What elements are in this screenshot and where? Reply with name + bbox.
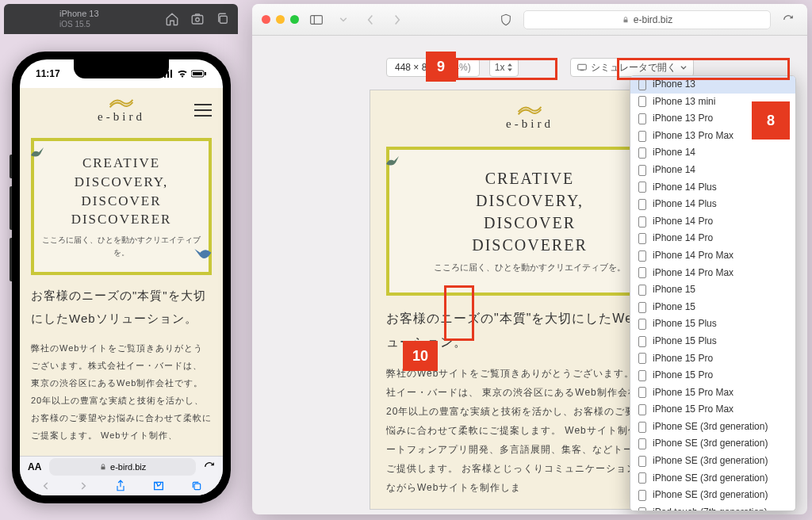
device-option[interactable]: iPhone 14 Pro Max	[630, 265, 795, 282]
minimize-window-button[interactable]	[276, 15, 285, 24]
device-option[interactable]: iPhone 14	[630, 162, 795, 179]
annotation-box-9	[456, 58, 557, 80]
reload-icon[interactable]	[204, 461, 215, 472]
annotation-label-10: 10	[403, 341, 438, 371]
body-paragraph: 弊社のWebサイトをご覧頂きありがとうございます。株式会社イー・バードは、 東京…	[31, 339, 212, 444]
device-dropdown[interactable]: iPhone 13iPhone 13 miniiPhone 13 ProiPho…	[630, 75, 796, 511]
home-icon[interactable]	[165, 12, 179, 26]
svg-rect-2	[220, 16, 227, 23]
svg-point-1	[196, 18, 200, 22]
svg-rect-14	[623, 19, 627, 22]
device-option[interactable]: iPhone 15 Plus	[630, 315, 795, 333]
back-icon[interactable]	[361, 12, 380, 28]
simulator-device-name: iPhone 13	[59, 9, 99, 19]
svg-rect-15	[578, 64, 587, 70]
sidebar-toggle-icon[interactable]	[307, 12, 326, 28]
hamburger-menu-icon[interactable]	[194, 104, 212, 117]
device-icon	[577, 63, 587, 71]
device-option[interactable]: iPhone 14 Pro Max	[630, 247, 795, 265]
safari-window: e-bird.biz 448 × 800 (84%) 1x シミュレータで開く	[252, 4, 807, 514]
device-option[interactable]: iPhone 14	[630, 144, 795, 162]
forward-icon[interactable]	[78, 480, 89, 491]
annotation-box-8	[617, 58, 790, 80]
device-option[interactable]: iPhone SE (3rd generation)	[630, 470, 795, 488]
bookmarks-icon[interactable]	[152, 480, 165, 491]
svg-rect-6	[170, 70, 172, 78]
device-option[interactable]: iPhone 14 Pro	[630, 213, 795, 231]
share-icon[interactable]	[115, 480, 126, 492]
duplicate-icon[interactable]	[216, 12, 230, 26]
back-icon[interactable]	[40, 480, 52, 491]
hero-subtitle: こころに届く、ひとを動かすクリエイティブを。	[42, 234, 201, 259]
simulator-ios-version: iOS 15.5	[59, 20, 99, 29]
hero-section: CREATIVE DISCOVERY, DISCOVER DISCOVERER …	[31, 138, 212, 275]
device-option[interactable]: iPhone 14 Pro	[630, 230, 795, 247]
site-logo[interactable]: e-bird	[404, 103, 656, 131]
device-option[interactable]: iPhone 15 Pro	[630, 367, 795, 384]
wifi-icon	[177, 70, 188, 78]
svg-rect-11	[194, 484, 201, 490]
device-option[interactable]: iPhone 15	[630, 281, 795, 299]
logo-swoosh-icon	[109, 96, 134, 109]
url-field[interactable]: e-bird.biz	[49, 458, 196, 476]
device-option[interactable]: iPhone 15 Pro Max	[630, 401, 795, 419]
svg-rect-10	[102, 467, 105, 470]
window-chrome: e-bird.biz	[252, 4, 807, 36]
bird-decoration-icon	[383, 153, 402, 172]
device-option[interactable]: iPhone 15 Pro	[630, 350, 795, 368]
device-option[interactable]: iPhone SE (3rd generation)	[630, 453, 795, 470]
svg-rect-0	[192, 16, 203, 25]
svg-rect-12	[311, 15, 323, 24]
annotation-box-10	[444, 285, 474, 341]
device-option[interactable]: iPhone 15 Plus	[630, 333, 795, 350]
bird-decoration-icon	[28, 144, 47, 163]
address-bar[interactable]: e-bird.biz	[523, 10, 771, 29]
chevron-down-icon[interactable]	[334, 12, 353, 28]
site-logo[interactable]: e-bird	[48, 96, 194, 124]
device-option[interactable]: iPhone 15 Pro Max	[630, 384, 795, 402]
tabs-icon[interactable]	[191, 480, 202, 491]
maximize-window-button[interactable]	[290, 15, 299, 24]
battery-icon	[191, 70, 207, 78]
status-time: 11:17	[36, 68, 60, 79]
lock-icon	[99, 463, 107, 471]
device-option[interactable]: iPhone SE (3rd generation)	[630, 435, 795, 453]
shield-icon[interactable]	[496, 12, 515, 28]
body-heading: お客様のニーズの"本質"を大切にしたWebソリューション。	[31, 285, 212, 330]
safari-bottom-bar: AA e-bird.biz	[20, 456, 223, 495]
screenshot-icon[interactable]	[190, 12, 205, 26]
annotation-label-9: 9	[426, 52, 456, 82]
forward-icon[interactable]	[388, 12, 407, 28]
simulator-titlebar: iPhone 13 iOS 15.5	[4, 4, 238, 34]
close-window-button[interactable]	[262, 15, 270, 24]
svg-rect-9	[205, 72, 206, 75]
device-option[interactable]: iPhone 15	[630, 299, 795, 316]
bird-decoration-icon	[193, 243, 215, 266]
device-option[interactable]: iPhone SE (3rd generation)	[630, 487, 795, 504]
iphone-simulator-frame: 11:17 e-bird CREATIVE DI	[12, 52, 231, 503]
device-option[interactable]: iPhone SE (3rd generation)	[630, 419, 795, 436]
svg-rect-8	[193, 72, 202, 75]
reader-aa-button[interactable]: AA	[28, 461, 41, 472]
annotation-label-8: 8	[752, 101, 790, 140]
device-option[interactable]: iPhone 14 Plus	[630, 179, 795, 197]
device-option[interactable]: iPod touch (7th generation)	[630, 504, 795, 511]
device-option[interactable]: iPhone 14 Plus	[630, 196, 795, 213]
lock-icon	[622, 16, 630, 24]
iphone-notch	[74, 59, 169, 78]
reload-icon[interactable]	[779, 12, 798, 28]
